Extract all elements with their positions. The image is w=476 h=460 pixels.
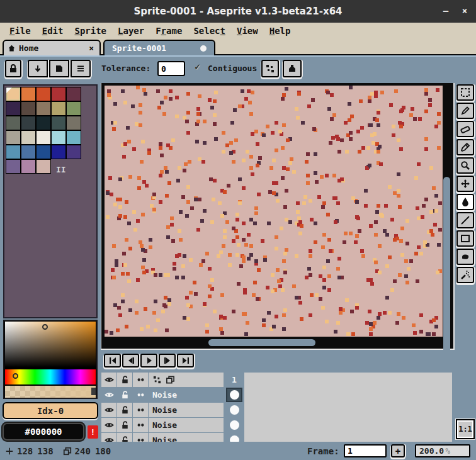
layer-2-visibility-toggle[interactable] [101,418,116,432]
palette-swatch-26[interactable] [21,159,36,174]
tool-zoom[interactable] [456,157,474,174]
tab-home[interactable]: Home × [3,40,101,55]
layer-1-visibility-toggle[interactable] [101,403,116,417]
menu-sprite[interactable]: Sprite [69,26,112,36]
palette-swatch-27[interactable] [36,159,51,174]
timeline-header-eye[interactable] [101,373,116,387]
color-warning-button[interactable]: ! [88,425,98,439]
palette-swatch-24[interactable] [66,145,81,159]
prev-frame-button[interactable] [122,354,139,367]
palette-swatch-11[interactable] [21,116,36,130]
palette-swatch-1[interactable] [21,87,36,101]
menu-file[interactable]: File [4,26,37,36]
contiguous-checkbox[interactable]: ✓ [195,61,200,72]
palette-swatch-3[interactable] [51,87,66,101]
palette-lock-button[interactable] [5,60,21,77]
tab-home-close-icon[interactable]: × [87,43,96,53]
palette-options-button[interactable] [71,60,91,77]
palette-swatch-2[interactable] [36,87,51,101]
hue-bar[interactable] [5,369,96,384]
palette-swatch-22[interactable] [36,145,51,159]
layer-0-name[interactable]: Noise [149,388,224,402]
tool-line[interactable] [456,212,474,228]
timeline-frame-header[interactable]: 1 [226,373,242,387]
add-frame-button[interactable]: + [391,444,405,457]
tool-move[interactable] [456,176,474,192]
menu-view[interactable]: View [231,26,264,36]
sort-colors-button[interactable] [28,60,48,77]
palette-swatch-7[interactable] [36,101,51,116]
close-button[interactable]: × [456,0,473,23]
tab-sprite-0001[interactable]: Sprite-0001 [103,40,215,55]
layer-0-cel[interactable] [226,388,242,402]
layer-2-name[interactable]: Noise [149,418,224,432]
layer-1-cel[interactable] [226,403,242,417]
alpha-bar[interactable] [5,386,96,398]
palette-swatch-6[interactable] [21,101,36,116]
tool-rectangle[interactable] [456,230,474,247]
layer-1-continuous-toggle[interactable] [133,403,148,417]
palette-swatch-5[interactable] [6,101,21,116]
layer-2-continuous-toggle[interactable] [133,418,148,432]
tool-eraser[interactable] [456,121,474,137]
palette-swatch-20[interactable] [6,145,21,159]
tool-spray[interactable] [456,267,474,283]
hex-color-field[interactable]: #000000 [3,423,84,440]
palette-swatch-9[interactable] [66,101,81,116]
timeline-header-continuous[interactable] [133,373,148,387]
color-index-button[interactable]: Idx-0 [3,402,98,419]
saturation-value-box[interactable] [5,322,96,368]
tool-eyedropper[interactable] [456,139,474,155]
next-frame-button[interactable] [159,354,176,367]
tolerance-input[interactable] [157,61,185,76]
palette-swatch-15[interactable] [6,130,21,145]
timeline-header-lock[interactable] [117,373,132,387]
palette-swatch-17[interactable] [36,130,51,145]
layer-0-visibility-toggle[interactable] [101,388,116,402]
gradient-marker[interactable] [42,324,48,330]
menu-layer[interactable]: Layer [112,26,150,36]
palette-resize-marker[interactable]: II [56,165,66,174]
palette-swatch-23[interactable] [51,145,66,159]
palette-swatch-13[interactable] [51,116,66,130]
layer-2-cel[interactable] [226,418,242,432]
timeline-frames-area[interactable] [244,373,452,442]
horizontal-scrollbar[interactable] [208,339,315,346]
tool-contour[interactable] [456,249,474,265]
palette-swatch-25[interactable] [6,159,21,174]
play-button[interactable] [140,354,157,367]
palette-swatch-14[interactable] [66,116,81,130]
palette-swatch-19[interactable] [66,130,81,145]
bucket-options-button[interactable] [283,60,302,77]
palette-swatch-10[interactable] [6,116,21,130]
layer-0-lock-toggle[interactable] [117,388,132,402]
pixel-connectivity-button[interactable] [261,60,279,77]
palette-swatch-16[interactable] [21,130,36,145]
layer-1-name[interactable]: Noise [149,403,224,417]
palette-swatch-8[interactable] [51,101,66,116]
layer-2-lock-toggle[interactable] [117,418,132,432]
layer-0-continuous-toggle[interactable] [133,388,148,402]
tool-rectangular-marquee[interactable] [456,84,474,101]
tool-paint-bucket[interactable] [456,194,474,210]
last-frame-button[interactable] [177,354,194,367]
layer-1-lock-toggle[interactable] [117,403,132,417]
palette-presets-button[interactable] [49,60,69,77]
palette-swatch-0[interactable] [6,87,21,101]
alpha-marker[interactable] [91,388,96,395]
hue-marker[interactable] [13,373,18,379]
vertical-scrollbar[interactable] [443,177,450,357]
palette-swatch-18[interactable] [51,130,66,145]
menu-frame[interactable]: Frame [150,26,188,36]
menu-edit[interactable]: Edit [37,26,69,36]
tool-pencil[interactable] [456,103,474,119]
menu-help[interactable]: Help [264,26,297,36]
palette-swatch-21[interactable] [21,145,36,159]
timeline-options-cell[interactable] [149,373,224,387]
palette-swatch-12[interactable] [36,116,51,130]
timeline-zoom-1to1-button[interactable]: 1:1 [456,419,475,439]
sprite-canvas[interactable] [105,86,443,337]
first-frame-button[interactable] [104,354,121,367]
palette-swatch-4[interactable] [66,87,81,101]
minimize-button[interactable]: – [437,0,455,23]
